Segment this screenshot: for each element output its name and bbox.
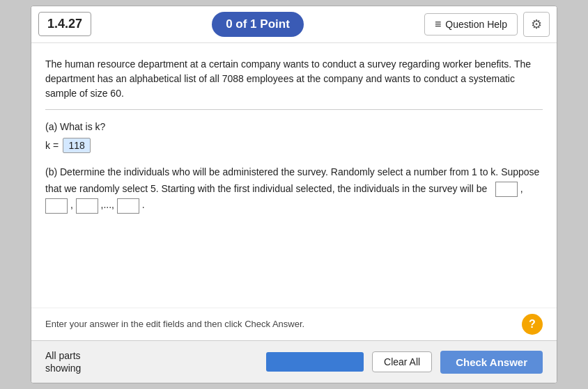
hint-area: Enter your answer in the edit fields and… <box>31 308 557 340</box>
hint-text: Enter your answer in the edit fields and… <box>45 319 304 329</box>
part-b-text: (b) Determine the individuals who will b… <box>45 166 539 211</box>
part-a: (a) What is k? k = 118 <box>45 121 543 153</box>
gear-icon: ⚙ <box>531 17 542 31</box>
k-label: k = <box>45 140 59 151</box>
survey-input-2[interactable] <box>45 198 68 214</box>
question-id: 1.4.27 <box>38 12 91 36</box>
question-help-label: Question Help <box>445 19 507 30</box>
main-container: 1.4.27 0 of 1 Point ≡ Question Help ⚙ Th… <box>31 6 557 383</box>
right-controls: ≡ Question Help ⚙ <box>424 12 550 37</box>
survey-input-4[interactable] <box>117 198 139 214</box>
top-bar: 1.4.27 0 of 1 Point ≡ Question Help ⚙ <box>31 6 557 43</box>
problem-text: The human resource department at a certa… <box>45 57 543 110</box>
survey-input-1[interactable] <box>495 182 518 197</box>
k-value: 118 <box>63 138 91 153</box>
hint-icon[interactable]: ? <box>522 314 543 335</box>
part-b: (b) Determine the individuals who will b… <box>45 164 543 214</box>
gear-button[interactable]: ⚙ <box>523 12 550 37</box>
progress-bar <box>266 352 364 372</box>
part-b-end: . <box>142 199 145 210</box>
part-b-suffix: ,..., <box>101 199 114 210</box>
check-answer-button[interactable]: Check Answer <box>440 351 543 374</box>
clear-all-button[interactable]: Clear All <box>372 351 432 372</box>
all-parts-label: All parts showing <box>45 349 81 374</box>
points-badge: 0 of 1 Point <box>212 12 304 37</box>
part-b-label: (b) Determine the individuals who will b… <box>45 166 539 194</box>
part-a-label: (a) What is k? <box>45 121 543 132</box>
k-equals-row: k = 118 <box>45 138 543 153</box>
list-icon: ≡ <box>435 18 441 31</box>
bottom-bar: All parts showing Clear All Check Answer <box>31 340 557 383</box>
content-area: The human resource department at a certa… <box>31 43 557 308</box>
survey-input-3[interactable] <box>76 198 98 214</box>
bottom-right: Clear All Check Answer <box>266 351 543 374</box>
question-help-button[interactable]: ≡ Question Help <box>424 13 518 35</box>
